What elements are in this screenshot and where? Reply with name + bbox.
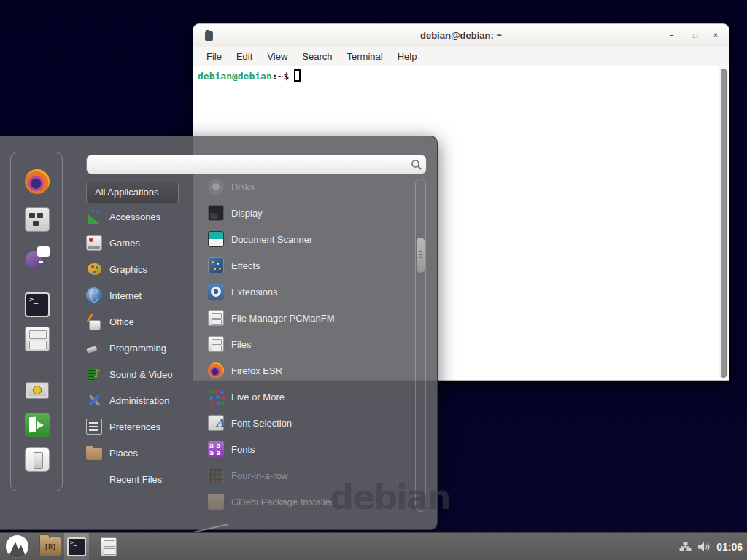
firefox-icon[interactable] — [25, 169, 50, 194]
clock: 01:06 — [716, 541, 743, 553]
search-icon — [411, 159, 422, 171]
file-cabinet-icon — [208, 336, 224, 352]
gdebi-icon — [208, 494, 224, 510]
files-launcher[interactable] — [101, 537, 117, 556]
terminal-launcher-icon — [67, 537, 86, 556]
minimize-button[interactable]: − — [663, 24, 681, 47]
terminal-menubar: File Edit View Search Terminal Help — [193, 47, 729, 66]
pidgin-icon[interactable] — [25, 245, 50, 270]
prompt-user: debian@debian — [198, 71, 272, 82]
terminal-title: debian@debian: ~ — [193, 24, 729, 47]
effects-icon — [208, 257, 224, 273]
application-menu: All Applications Accessories Games Graph… — [0, 136, 438, 530]
disks-icon — [208, 179, 224, 195]
app-five-or-more[interactable]: Five or More — [208, 384, 414, 410]
five-or-more-icon — [208, 389, 224, 405]
graphics-icon — [86, 261, 102, 277]
network-icon[interactable] — [679, 541, 692, 553]
app-fonts[interactable]: Fonts — [208, 436, 414, 462]
app-disks[interactable]: Disks — [208, 174, 414, 200]
app-file-manager-pcmanfm[interactable]: File Manager PCManFM — [208, 305, 414, 331]
font-selection-icon — [208, 415, 224, 431]
file-cabinet-icon — [208, 310, 224, 326]
search-input[interactable] — [86, 155, 427, 174]
category-programming[interactable]: Programming — [86, 335, 203, 361]
menu-terminal[interactable]: Terminal — [340, 47, 390, 66]
category-office[interactable]: Office — [86, 308, 203, 335]
desktop: debian@debian: ~ − □ × File Edit View Se… — [0, 0, 747, 560]
firefox-icon — [208, 362, 224, 378]
volume-icon[interactable] — [697, 541, 711, 553]
display-icon — [208, 205, 224, 221]
favorites-panel — [10, 152, 63, 491]
menu-scrollbar-thumb[interactable] — [417, 238, 425, 273]
terminal-titlebar[interactable]: debian@debian: ~ − □ × — [193, 24, 729, 47]
fonts-icon — [208, 441, 224, 457]
file-manager-icon[interactable] — [25, 327, 50, 351]
menu-file[interactable]: File — [199, 47, 229, 66]
category-games[interactable]: Games — [86, 230, 203, 256]
document-scanner-icon — [208, 231, 224, 247]
app-effects[interactable]: Effects — [208, 252, 414, 279]
app-extensions[interactable]: Extensions — [208, 279, 414, 305]
all-applications-button[interactable]: All Applications — [86, 182, 179, 203]
package-manager-icon[interactable] — [25, 207, 50, 232]
prompt-path: :~$ — [272, 71, 289, 82]
menu-help[interactable]: Help — [390, 47, 425, 66]
accessories-icon — [86, 209, 102, 225]
internet-icon — [86, 287, 102, 303]
menu-button[interactable] — [6, 535, 28, 558]
app-font-selection[interactable]: Font Selection — [208, 410, 414, 436]
lock-screen-icon[interactable] — [25, 379, 50, 404]
terminal-scrollbar[interactable] — [719, 67, 728, 379]
no-icon — [86, 471, 102, 487]
extensions-icon — [208, 284, 224, 300]
category-places[interactable]: Places — [86, 440, 203, 466]
app-firefox-esr[interactable]: Firefox ESR — [208, 357, 414, 384]
administration-icon — [86, 392, 102, 408]
application-list: Disks Display Document Scanner Effects E… — [208, 174, 414, 515]
office-icon — [86, 314, 102, 330]
category-graphics[interactable]: Graphics — [86, 256, 203, 282]
app-document-scanner[interactable]: Document Scanner — [208, 226, 414, 252]
category-internet[interactable]: Internet — [86, 282, 203, 308]
file-manager-launcher[interactable] — [39, 537, 61, 556]
terminal-task-active[interactable] — [64, 533, 89, 560]
category-administration[interactable]: Administration — [86, 387, 203, 413]
shut-down-icon[interactable] — [25, 447, 50, 472]
terminal-scrollbar-thumb[interactable] — [721, 69, 727, 378]
menu-view[interactable]: View — [260, 47, 295, 66]
category-recent-files[interactable]: Recent Files — [86, 466, 203, 492]
system-tray: 01:06 — [679, 533, 743, 560]
terminal-icon[interactable] — [25, 292, 50, 317]
log-out-icon[interactable] — [25, 413, 50, 438]
taskbar: 01:06 — [0, 532, 747, 560]
terminal-cursor — [294, 69, 301, 82]
menu-scrollbar[interactable] — [415, 179, 426, 512]
menu-edit[interactable]: Edit — [229, 47, 260, 66]
app-display[interactable]: Display — [208, 200, 414, 226]
programming-icon — [86, 340, 102, 356]
menu-search[interactable]: Search — [295, 47, 339, 66]
category-preferences[interactable]: Preferences — [86, 413, 203, 440]
debian-watermark: debian — [330, 478, 450, 517]
four-in-a-row-icon — [208, 467, 224, 483]
maximize-button[interactable]: □ — [686, 24, 704, 47]
close-button[interactable]: × — [707, 24, 724, 47]
category-accessories[interactable]: Accessories — [86, 203, 203, 230]
category-list: Accessories Games Graphics Internet Offi… — [86, 203, 203, 492]
sound-video-icon — [86, 366, 102, 382]
games-icon — [86, 235, 102, 251]
places-icon — [86, 448, 102, 460]
category-sound-video[interactable]: Sound & Video — [86, 361, 203, 387]
preferences-icon — [86, 419, 102, 435]
app-files[interactable]: Files — [208, 331, 414, 357]
